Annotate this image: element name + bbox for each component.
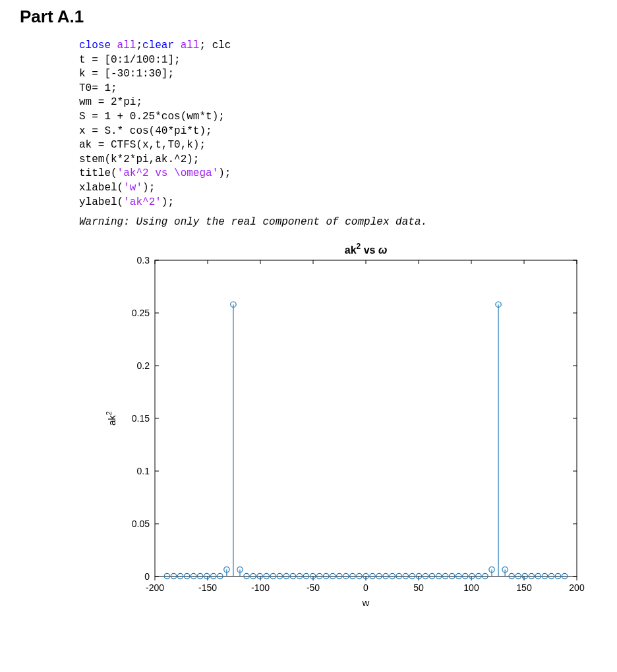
x-tick-label: -50	[307, 582, 320, 593]
x-tick-label: 100	[463, 582, 479, 593]
code-token: ;	[136, 40, 142, 51]
section-heading: Part A.1	[20, 7, 597, 27]
y-tick-label: 0.25	[132, 308, 150, 318]
y-tick-label: 0.05	[132, 518, 150, 529]
code-token: close	[79, 40, 117, 51]
x-tick-label: 50	[413, 582, 424, 593]
y-tick-label: 0.1	[137, 466, 150, 476]
code-token: S = 1 + 0.25*cos(wm*t);	[79, 111, 225, 123]
y-tick-label: 0	[144, 571, 150, 582]
code-token: 'w'	[123, 182, 142, 194]
chart-container: -200-150-100-5005010015020000.050.10.150…	[102, 237, 597, 613]
x-tick-label: 200	[569, 582, 585, 593]
chart-title: ak2 vs ω	[345, 242, 388, 256]
stem-chart: -200-150-100-5005010015020000.050.10.150…	[102, 237, 590, 613]
code-token: t = [0:1/100:1];	[79, 54, 181, 66]
code-token: title(	[79, 167, 117, 179]
code-token: );	[162, 196, 174, 208]
code-token: x = S.* cos(40*pi*t);	[79, 125, 212, 137]
code-token: xlabel(	[79, 182, 123, 194]
x-tick-label: -200	[146, 582, 164, 593]
x-axis-label: w	[362, 597, 370, 608]
code-token: stem(k*2*pi,ak.^2);	[79, 154, 199, 165]
code-token: all	[117, 40, 136, 51]
x-tick-label: -150	[198, 582, 217, 593]
code-token: clear	[142, 40, 181, 51]
code-token: ylabel(	[79, 196, 123, 208]
code-token: T0= 1;	[79, 82, 117, 94]
document-page: Part A.1 close all;clear all; clc t = [0…	[0, 0, 617, 639]
matlab-code-block: close all;clear all; clc t = [0:1/100:1]…	[79, 39, 597, 210]
code-token: 'ak^2 vs \omega'	[117, 167, 219, 179]
code-token: ak = CTFS(x,t,T0,k);	[79, 139, 206, 151]
code-token: wm = 2*pi;	[79, 96, 142, 108]
code-token: all	[181, 40, 200, 51]
y-tick-label: 0.2	[137, 360, 150, 371]
code-token: );	[218, 167, 231, 179]
x-tick-label: -100	[251, 582, 270, 593]
code-token: );	[142, 182, 155, 194]
y-tick-label: 0.3	[137, 255, 150, 266]
y-axis-label: ak2	[105, 411, 117, 426]
code-token: 'ak^2'	[123, 196, 162, 208]
x-tick-label: 150	[516, 582, 532, 593]
matlab-warning: Warning: Using only the real component o…	[79, 216, 597, 228]
code-token: ; clc	[199, 40, 231, 51]
y-tick-label: 0.15	[132, 413, 150, 424]
svg-rect-0	[155, 260, 577, 576]
code-token: k = [-30:1:30];	[79, 68, 174, 80]
x-tick-label: 0	[363, 582, 368, 593]
